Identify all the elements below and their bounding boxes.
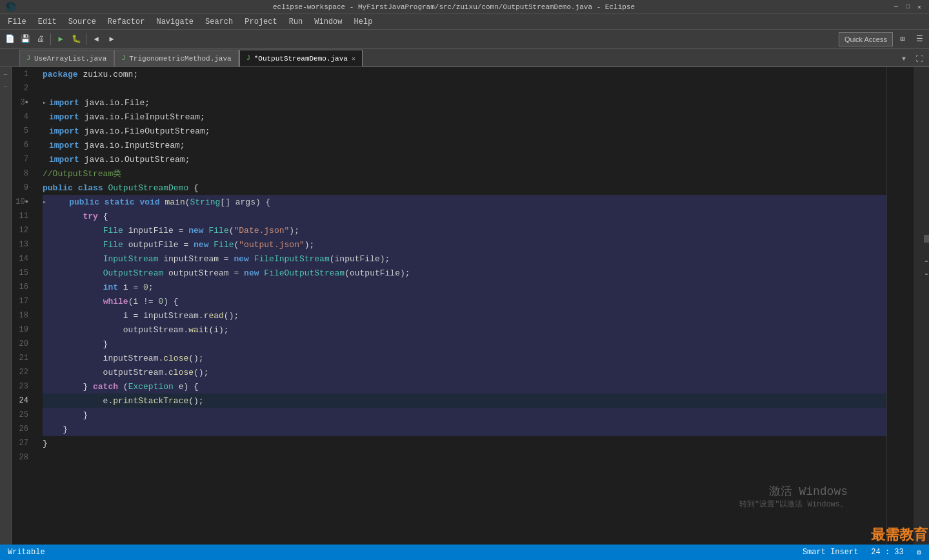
sidebar-markers: ― ― [0, 67, 12, 545]
line-num-27: 27 [12, 436, 32, 450]
status-smart-insert: Smart Insert [803, 548, 858, 557]
code-line-16: int i = 0; [43, 280, 886, 294]
code-line-19: outputStream.wait(i); [43, 323, 886, 337]
debug-button[interactable]: 🐛 [69, 32, 83, 46]
line-num-21: 21 [12, 351, 32, 365]
line-num-5: 5 [12, 124, 32, 138]
tab-trigonometric[interactable]: J TrigonometricMethod.java [114, 50, 238, 66]
line-num-24: 24 [12, 394, 32, 408]
line-num-7: 7 [12, 152, 32, 166]
status-writable: Writable [8, 548, 45, 557]
ruler-marker-1 [925, 261, 928, 262]
tab-list-button[interactable]: ▼ [897, 52, 911, 66]
line-num-14: 14 [12, 252, 32, 266]
line-num-17: 17 [12, 294, 32, 308]
java-file-icon-3: J [246, 55, 250, 62]
run-button[interactable]: ▶ [54, 32, 68, 46]
maximize-editor-button[interactable]: ⛶ [912, 52, 926, 66]
fold-marker-10[interactable]: ▸ [43, 198, 49, 206]
menu-refactor[interactable]: Refactor [103, 16, 150, 28]
code-line-7: import java.io.OutputStream; [43, 152, 886, 166]
close-button[interactable]: ✕ [915, 3, 924, 12]
watermark-line1: 激活 Windows [739, 483, 848, 499]
code-line-10: ▸ public static void main(String[] args)… [43, 195, 886, 209]
scrollbar-track[interactable] [924, 67, 929, 545]
editor-area: ― ― 1 2 3● 4 5 6 7 8 9 10● 11 12 13 14 1… [0, 67, 929, 545]
code-line-17: while(i != 0) { [43, 294, 886, 308]
menu-navigate[interactable]: Navigate [151, 16, 199, 28]
new-button[interactable]: 📄 [3, 32, 17, 46]
line-num-22: 22 [12, 365, 32, 379]
code-line-18: i = inputStream.read(); [43, 308, 886, 323]
code-line-21: inputStream.close(); [43, 351, 886, 365]
menu-edit[interactable]: Edit [33, 16, 62, 28]
tab-outputstream[interactable]: J *OutputStreamDemo.java ✕ [239, 50, 363, 66]
code-line-4: import java.io.FileInputStream; [43, 110, 886, 124]
code-line-8: //OutputStream类 [43, 166, 886, 181]
code-line-28 [43, 450, 886, 465]
code-line-6: import java.io.InputStream; [43, 138, 886, 152]
menu-bar: File Edit Source Refactor Navigate Searc… [0, 14, 929, 30]
line-num-8: 8 [12, 166, 32, 181]
toolbar-separator-2 [86, 34, 86, 45]
code-line-22: outputStream.close(); [43, 365, 886, 379]
scroll-indicator[interactable] [914, 67, 919, 545]
line-num-4: 4 [12, 110, 32, 124]
line-num-19: 19 [12, 323, 32, 337]
perspective-button[interactable]: ⊞ [895, 32, 910, 46]
fold-marker-3[interactable]: ▸ [43, 99, 49, 106]
code-line-13: File outputFile = new File("output.json"… [43, 237, 886, 252]
view-button[interactable]: ☰ [912, 32, 926, 46]
line-num-9: 9 [12, 181, 32, 195]
maximize-button[interactable]: □ [903, 3, 912, 12]
menu-source[interactable]: Source [63, 16, 101, 28]
minimize-button[interactable]: — [892, 3, 901, 12]
line-num-2: 2 [12, 81, 32, 95]
menu-file[interactable]: File [3, 16, 32, 28]
code-line-27: } [43, 436, 886, 450]
code-line-12: File inputFile = new File("Date.json"); [43, 223, 886, 237]
sidebar-marker-2: ― [1, 81, 11, 92]
menu-search[interactable]: Search [200, 16, 238, 28]
code-line-26: } [43, 422, 886, 436]
mini-map [886, 67, 919, 545]
line-num-3: 3● [12, 95, 32, 110]
menu-help[interactable]: Help [349, 16, 378, 28]
save-button[interactable]: 💾 [18, 32, 32, 46]
back-button[interactable]: ◀ [89, 32, 103, 46]
code-line-1: package zuixu.comn; [43, 67, 886, 81]
quick-access-button[interactable]: Quick Access [839, 32, 893, 46]
tab-label-3: *OutputStreamDemo.java [254, 55, 348, 63]
line-num-18: 18 [12, 308, 32, 323]
menu-window[interactable]: Window [309, 16, 347, 28]
code-editor[interactable]: package zuixu.comn; ▸import java.io.File… [37, 67, 886, 545]
code-line-15: OutputStream outputStream = new FileOutp… [43, 266, 886, 280]
line-num-1: 1 [12, 67, 32, 81]
java-file-icon: J [26, 55, 30, 62]
sidebar-marker-1: ― [1, 70, 11, 80]
toolbar-separator-1 [50, 34, 51, 45]
java-file-icon-2: J [121, 55, 125, 62]
toolbar: 📄 💾 🖨 ▶ 🐛 ◀ ▶ Quick Access ⊞ ☰ [0, 30, 929, 49]
print-button[interactable]: 🖨 [34, 32, 48, 46]
scrollbar-thumb[interactable] [924, 235, 929, 243]
line-num-26: 26 [12, 422, 32, 436]
code-line-2 [43, 81, 886, 95]
ruler-marker-2 [925, 274, 928, 275]
tab-close-button[interactable]: ✕ [352, 55, 355, 63]
code-line-23: } catch (Exception e) { [43, 379, 886, 394]
line-num-10: 10● [12, 195, 32, 209]
line-num-11: 11 [12, 209, 32, 223]
status-extra: ⚙ [917, 548, 921, 557]
forward-button[interactable]: ▶ [105, 32, 119, 46]
menu-project[interactable]: Project [239, 16, 282, 28]
code-line-3: ▸import java.io.File; [43, 95, 886, 110]
window-title: eclipse-workspace - MyFirstJavaProgram/s… [16, 3, 892, 11]
menu-run[interactable]: Run [284, 16, 308, 28]
line-num-25: 25 [12, 408, 32, 422]
tab-usearraylist[interactable]: J UseArrayList.java [19, 50, 114, 66]
line-num-15: 15 [12, 266, 32, 280]
tabs-area: J UseArrayList.java J TrigonometricMetho… [0, 49, 929, 67]
eclipse-icon: 🌑 [5, 1, 16, 12]
line-num-16: 16 [12, 280, 32, 294]
